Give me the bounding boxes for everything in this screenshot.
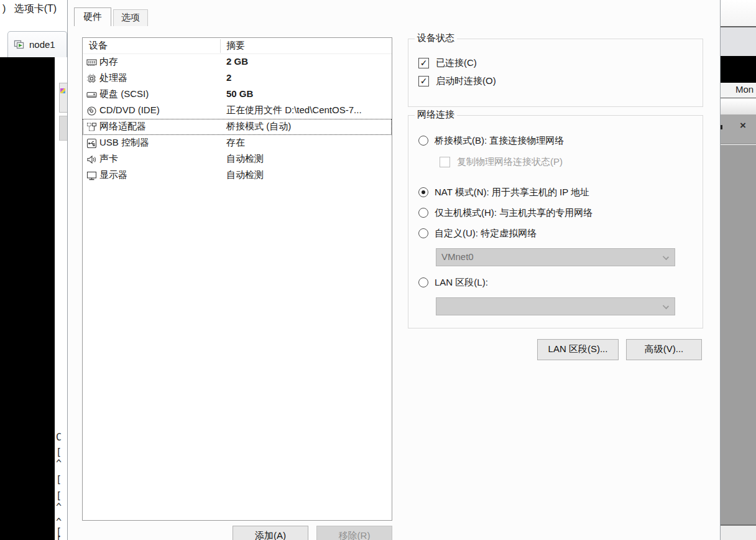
lan-segments-button[interactable]: LAN 区段(S)... (537, 339, 619, 360)
vm-icon (13, 40, 25, 50)
guest-window-body (721, 145, 756, 524)
guest-window-toolbar (721, 114, 756, 144)
device-row-memory[interactable]: 内存 2 GB (83, 54, 392, 70)
column-divider[interactable] (220, 39, 221, 53)
device-row-display[interactable]: 显示器 自动检测 (83, 167, 392, 184)
device-row-usb-controller[interactable]: USB 控制器 存在 (83, 135, 392, 151)
guest-button-fragment (721, 125, 722, 129)
device-name: 处理器 (99, 72, 127, 84)
remove-button: 移除(R) (316, 526, 392, 540)
guest-panel (721, 27, 756, 56)
nat-label[interactable]: NAT 模式(N): 用于共享主机的 IP 地址 (435, 187, 589, 198)
guest-screen-top (721, 0, 756, 26)
processor-icon (86, 73, 97, 84)
custom-network-select: VMnet0 (436, 248, 675, 266)
memory-icon (86, 57, 97, 68)
replicate-connection-checkbox (440, 157, 450, 167)
device-name: CD/DVD (IDE) (99, 105, 160, 115)
tab-options[interactable]: 选项 (113, 9, 148, 26)
cd-dvd-icon (86, 106, 97, 116)
host-only-radio[interactable] (418, 208, 428, 218)
console-text-fragment: [ (56, 447, 67, 458)
close-icon[interactable]: × (740, 119, 746, 132)
device-summary: 桥接模式 (自动) (226, 121, 291, 133)
network-connection-group: 网络连接 (408, 115, 703, 328)
guest-bottom-bar (721, 526, 756, 540)
device-row-sound-card[interactable]: 声卡 自动检测 (83, 151, 392, 167)
lan-segment-select (436, 297, 675, 315)
vm-settings-dialog: 硬件 选项 设备 摘要 内存 2 GB 处理器 2 硬盘 (SCSI) (67, 0, 721, 540)
device-row-processor[interactable]: 处理器 2 (83, 70, 392, 86)
connect-at-power-on-checkbox[interactable]: ✓ (418, 76, 429, 86)
advanced-button[interactable]: 高级(V)... (626, 339, 702, 360)
device-summary: 2 (226, 72, 231, 83)
harddisk-icon (86, 90, 97, 100)
device-list[interactable]: 设备 摘要 内存 2 GB 处理器 2 硬盘 (SCSI) 50 GB (82, 37, 392, 521)
guest-clock: Mon (735, 84, 754, 95)
device-summary: 自动检测 (226, 169, 264, 181)
network-adapter-icon (86, 122, 97, 133)
column-header-summary[interactable]: 摘要 (226, 40, 245, 52)
replicate-connection-label: 复制物理网络连接状态(P) (457, 156, 563, 168)
device-summary: 存在 (226, 137, 245, 149)
chevron-down-icon (663, 303, 669, 309)
guest-menubar: Mon (721, 83, 756, 98)
device-summary: 自动检测 (226, 153, 264, 165)
chevron-down-icon (663, 254, 669, 260)
background-toolbar-fragment (59, 83, 68, 113)
connect-at-power-on-label[interactable]: 启动时连接(O) (436, 75, 496, 87)
console-text-fragment: [ (56, 490, 67, 501)
device-name: USB 控制器 (99, 137, 149, 149)
device-list-header: 设备 摘要 (83, 38, 392, 54)
vm-console-black-area (0, 57, 55, 540)
custom-network-value: VMnet0 (441, 251, 474, 262)
group-title: 设备状态 (415, 32, 457, 44)
background-app-icon (60, 88, 65, 93)
device-name: 显示器 (99, 169, 127, 181)
group-title: 网络连接 (415, 109, 457, 121)
guest-window-titlebar (721, 99, 756, 114)
bridged-label[interactable]: 桥接模式(B): 直接连接物理网络 (435, 135, 564, 147)
nat-radio[interactable] (418, 187, 428, 197)
lan-segment-radio[interactable] (418, 277, 428, 287)
sound-icon (86, 154, 97, 165)
device-summary: 正在使用文件 D:\ted\CentOS-7... (226, 105, 362, 116)
device-status-group: 设备状态 (408, 39, 703, 107)
device-row-harddisk[interactable]: 硬盘 (SCSI) 50 GB (83, 86, 392, 103)
column-header-device[interactable]: 设备 (89, 40, 108, 52)
tab-hardware[interactable]: 硬件 (74, 7, 111, 26)
vm-tab-node1[interactable]: node1 (7, 31, 67, 57)
display-icon (86, 170, 97, 181)
connected-checkbox[interactable]: ✓ (418, 58, 429, 68)
vm-tab-label: node1 (29, 39, 55, 50)
console-text-fragment: [ (56, 474, 67, 485)
device-name: 网络适配器 (99, 121, 146, 133)
device-row-cd-dvd[interactable]: CD/DVD (IDE) 正在使用文件 D:\ted\CentOS-7... (83, 103, 392, 119)
device-summary: 2 GB (226, 56, 248, 67)
custom-radio[interactable] (418, 228, 428, 238)
device-name: 硬盘 (SCSI) (99, 88, 149, 100)
device-name: 声卡 (99, 153, 118, 165)
menubar-fragment[interactable]: ) 选项卡(T) (2, 2, 57, 16)
console-text-fragment: ^ (56, 458, 67, 469)
bridged-radio[interactable] (418, 136, 428, 146)
connected-label[interactable]: 已连接(C) (436, 57, 477, 69)
device-row-network-adapter[interactable]: 网络适配器 桥接模式 (自动) (83, 119, 392, 135)
guest-black-band (721, 56, 756, 83)
background-toolbar-fragment-2 (59, 116, 68, 141)
lan-segment-label[interactable]: LAN 区段(L): (435, 277, 488, 289)
console-text-fragment: ^ (56, 501, 67, 513)
device-name: 内存 (99, 56, 118, 68)
add-button[interactable]: 添加(A) (233, 526, 308, 540)
host-only-label[interactable]: 仅主机模式(H): 与主机共享的专用网络 (435, 207, 592, 219)
usb-icon (86, 138, 97, 149)
console-text-fragment: [ (56, 535, 67, 540)
console-text-fragment: C (56, 432, 67, 443)
custom-label[interactable]: 自定义(U): 特定虚拟网络 (435, 228, 537, 240)
device-summary: 50 GB (226, 88, 253, 99)
